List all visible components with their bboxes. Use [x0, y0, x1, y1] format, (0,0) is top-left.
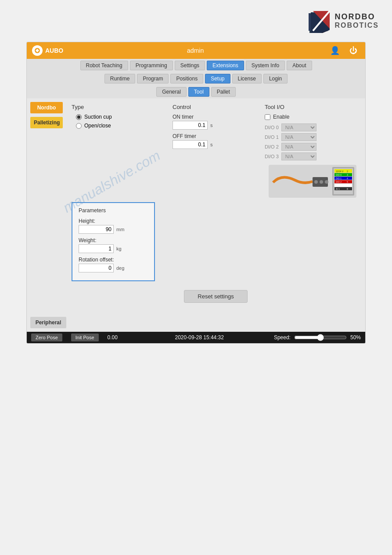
peripheral-area: Peripheral: [27, 317, 365, 332]
radio-suction-cup-input[interactable]: [76, 114, 82, 120]
on-timer-unit: s: [210, 123, 213, 128]
svg-text:DIO 3: DIO 3: [336, 184, 342, 187]
nav-settings[interactable]: Settings: [175, 61, 205, 70]
off-timer-label: OFF timer: [173, 133, 252, 139]
rotation-label: Rotation offset:: [79, 257, 148, 263]
svg-text:6: 6: [347, 184, 348, 187]
tool-image-area: 12/24 V DIO 0 DIO 1 DIO 2 DIO 3 AI 1 2 3…: [265, 165, 360, 198]
height-param: Height: mm: [79, 218, 148, 234]
svg-text:5: 5: [347, 181, 348, 183]
status-bar: Zero Pose Init Pose 0.00 2020-09-28 15:4…: [27, 332, 365, 343]
svg-text:DIO 0: DIO 0: [336, 174, 342, 176]
params-title: Parameters: [79, 207, 148, 214]
dio-select-0[interactable]: N/A: [281, 123, 316, 131]
nav-robot-teaching[interactable]: Robot Teaching: [80, 61, 128, 70]
sidebar-nordbo[interactable]: Nordbo: [30, 102, 63, 113]
tool-io-title: Tool I/O: [265, 104, 360, 110]
status-value: 0.00: [108, 334, 125, 341]
nav-positions[interactable]: Positions: [170, 74, 203, 83]
weight-input-row: kg: [79, 244, 148, 253]
nordbo-logo-icon: [304, 9, 331, 33]
tool-diagram: 12/24 V DIO 0 DIO 1 DIO 2 DIO 3 AI 1 2 3…: [269, 165, 356, 198]
init-pose-button[interactable]: Init Pose: [71, 334, 99, 341]
radio-open-close[interactable]: Open/close: [76, 123, 159, 129]
type-section: Type Suction cup Open/close: [72, 104, 159, 198]
nav-runtime[interactable]: Runtime: [104, 74, 136, 83]
nav-programming[interactable]: Programming: [130, 61, 173, 70]
radio-group: Suction cup Open/close: [76, 114, 159, 129]
nav-login[interactable]: Login: [263, 74, 288, 83]
logo-text: NORDBO ROBOTICS: [335, 12, 379, 29]
weight-param: Weight: kg: [79, 237, 148, 253]
dio-row-0: DI/O 0 N/A: [265, 123, 360, 131]
speed-slider[interactable]: [294, 334, 347, 341]
on-timer-label: ON timer: [173, 114, 252, 120]
sidebar-peripheral[interactable]: Peripheral: [30, 317, 66, 328]
sidebar-palletizing[interactable]: Palletizing: [30, 117, 63, 128]
svg-text:3: 3: [347, 174, 348, 176]
nav-system-info[interactable]: System Info: [246, 61, 285, 70]
nav-pallet[interactable]: Pallet: [211, 87, 236, 97]
dio-select-2[interactable]: N/A: [281, 143, 316, 151]
svg-point-14: [320, 180, 323, 184]
user-icon[interactable]: 👤: [327, 45, 342, 56]
nav-tool[interactable]: Tool: [188, 87, 209, 97]
svg-text:4: 4: [347, 177, 348, 180]
height-label: Height:: [79, 218, 148, 224]
svg-text:AI 1: AI 1: [336, 188, 340, 190]
dio-row-3: DI/O 3 N/A: [265, 152, 360, 160]
svg-point-15: [325, 180, 328, 184]
dio-row-1: DI/O 1 N/A: [265, 133, 360, 141]
weight-unit: kg: [116, 246, 127, 251]
main-content: Nordbo Palletizing Type Suction cup: [27, 98, 365, 317]
svg-text:8: 8: [347, 188, 348, 190]
app-window: AUBO admin 👤 ⏻ Robot Teaching Programmin…: [26, 42, 366, 344]
svg-text:DIO 2: DIO 2: [336, 181, 342, 183]
rotation-param: Rotation offset: deg: [79, 257, 148, 272]
svg-text:2: 2: [347, 170, 348, 173]
control-title: Control: [173, 104, 252, 110]
nav-license[interactable]: License: [232, 74, 262, 83]
height-unit: mm: [116, 227, 127, 232]
content-panel: Type Suction cup Open/close: [66, 98, 365, 317]
tool-io-section: Tool I/O Enable DI/O 0 N/A DI/O: [265, 104, 360, 198]
off-timer-row: s: [173, 140, 252, 149]
speed-section: Speed: 50%: [274, 334, 361, 341]
dio-select-3[interactable]: N/A: [281, 152, 316, 160]
nav-extensions[interactable]: Extensions: [207, 61, 244, 70]
rotation-input-row: deg: [79, 264, 148, 272]
main-nav: Robot Teaching Programming Settings Exte…: [27, 59, 365, 72]
radio-suction-cup[interactable]: Suction cup: [76, 114, 159, 120]
nav-program[interactable]: Program: [137, 74, 169, 83]
enable-checkbox[interactable]: [265, 114, 270, 120]
nav-general[interactable]: General: [156, 87, 187, 97]
nav-setup[interactable]: Setup: [205, 74, 230, 83]
on-timer-input[interactable]: [173, 121, 208, 130]
control-section: Control ON timer s OFF timer: [173, 104, 252, 198]
zero-pose-button[interactable]: Zero Pose: [31, 334, 62, 341]
reset-area: Reset settings: [72, 281, 360, 312]
top-header: NORDBO ROBOTICS: [0, 0, 392, 37]
parameters-box: Parameters Height: mm Weight: kg: [72, 202, 155, 281]
rotation-unit: deg: [116, 265, 127, 271]
logo-container: NORDBO ROBOTICS: [304, 9, 379, 33]
title-bar-right: 👤 ⏻: [327, 45, 360, 56]
power-icon[interactable]: ⏻: [347, 45, 360, 56]
top-section-row: Type Suction cup Open/close: [72, 104, 360, 198]
weight-input[interactable]: [79, 244, 114, 253]
radio-open-close-input[interactable]: [76, 123, 82, 129]
svg-text:12/24 V: 12/24 V: [336, 170, 344, 173]
rotation-input[interactable]: [79, 264, 114, 272]
title-bar-admin: admin: [187, 47, 204, 54]
height-input[interactable]: [79, 225, 114, 234]
off-timer-input[interactable]: [173, 140, 208, 149]
nav-about[interactable]: About: [287, 61, 312, 70]
off-timer-section: OFF timer s: [173, 133, 252, 149]
sub-nav-2: General Tool Pallet: [27, 85, 365, 98]
title-bar-left: AUBO: [32, 45, 63, 56]
aubo-icon: [32, 45, 43, 56]
reset-settings-button[interactable]: Reset settings: [184, 290, 247, 303]
on-timer-section: ON timer s: [173, 114, 252, 130]
off-timer-unit: s: [210, 142, 213, 147]
dio-select-1[interactable]: N/A: [281, 133, 316, 141]
